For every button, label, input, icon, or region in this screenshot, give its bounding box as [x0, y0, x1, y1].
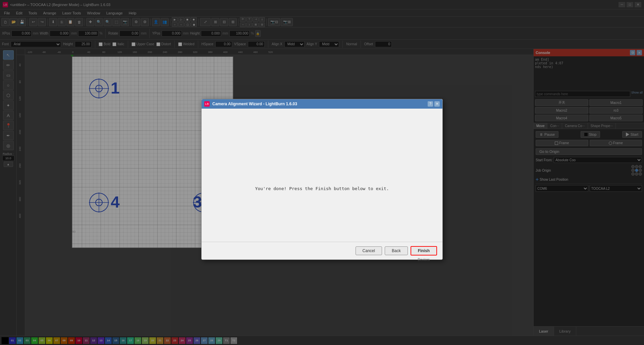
finish-button[interactable]: Finish: [411, 246, 437, 255]
modal-help-button[interactable]: ?: [428, 101, 433, 107]
modal-app-icon: LB: [204, 101, 210, 107]
modal-title: Camera Alignment Wizard - LightBurn 1.6.…: [212, 102, 297, 106]
modal-overlay: LB Camera Alignment Wizard - LightBurn 1…: [0, 0, 644, 345]
modal-message: You're done! Press the Finish button bel…: [255, 186, 389, 191]
camera-wizard-dialog: LB Camera Alignment Wizard - LightBurn 1…: [201, 99, 443, 260]
cancel-button[interactable]: Cancel: [356, 246, 382, 255]
back-button[interactable]: Back: [385, 246, 408, 255]
modal-body: You're done! Press the Finish button bel…: [202, 109, 442, 242]
modal-titlebar: LB Camera Alignment Wizard - LightBurn 1…: [202, 99, 442, 109]
modal-close-button[interactable]: ✕: [434, 101, 440, 107]
devices-sublabel: Devices: [418, 258, 430, 262]
modal-footer: Cancel Back Finish Devices: [202, 242, 442, 260]
